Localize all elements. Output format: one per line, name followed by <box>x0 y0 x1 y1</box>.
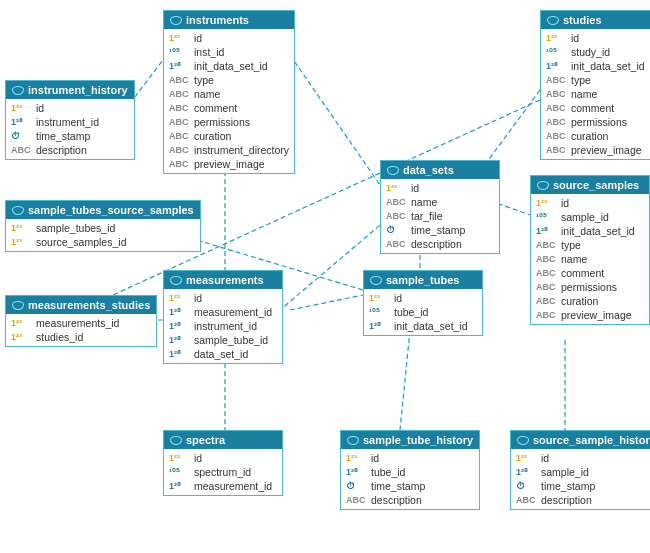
field-row: 1²⁸measurement_id <box>164 479 282 493</box>
field-icon: ABC <box>546 89 568 99</box>
field-row: ABCdescription <box>341 493 479 507</box>
field-icon: 1²³ <box>546 33 568 43</box>
field-row: ABCtar_file <box>381 209 499 223</box>
field-row: 1²⁸init_data_set_id <box>531 224 649 238</box>
field-row: ABCdescription <box>6 143 134 157</box>
db-icon <box>547 16 559 25</box>
field-name: type <box>561 239 581 251</box>
table-measurements: measurements1²³id1²⁸measurement_id1²⁸ins… <box>163 270 283 364</box>
field-row: ABCcuration <box>531 294 649 308</box>
field-row: 1²⁸init_data_set_id <box>164 59 294 73</box>
field-icon: ABC <box>516 495 538 505</box>
field-name: init_data_set_id <box>561 225 635 237</box>
field-row: 1²³measurements_id <box>6 316 156 330</box>
field-name: comment <box>561 267 604 279</box>
field-icon: ABC <box>11 145 33 155</box>
db-icon <box>170 436 182 445</box>
db-icon <box>387 166 399 175</box>
field-name: tar_file <box>411 210 443 222</box>
field-name: name <box>561 253 587 265</box>
field-row: ¹⁰⁵sample_id <box>531 210 649 224</box>
field-icon: ABC <box>546 75 568 85</box>
field-name: type <box>571 74 591 86</box>
field-icon: 1²³ <box>169 33 191 43</box>
field-name: tube_id <box>394 306 428 318</box>
field-name: permissions <box>571 116 627 128</box>
field-icon: 1²³ <box>11 318 33 328</box>
field-icon: ¹⁰⁵ <box>169 467 191 477</box>
table-body-measurements_studies: 1²³measurements_id1²³studies_id <box>6 314 156 346</box>
field-name: measurement_id <box>194 306 272 318</box>
field-icon: 1²³ <box>11 332 33 342</box>
field-icon: 1²³ <box>11 103 33 113</box>
field-icon: ⏱ <box>11 131 33 141</box>
field-name: type <box>194 74 214 86</box>
erd-diagram: instrument_history1²³id1²⁸instrument_id⏱… <box>0 0 650 553</box>
table-source_samples: source_samples1²³id¹⁰⁵sample_id1²⁸init_d… <box>530 175 650 325</box>
table-label-measurements_studies: measurements_studies <box>28 299 150 311</box>
table-header-sample_tubes_source_samples: sample_tubes_source_samples <box>6 201 200 219</box>
field-icon: ABC <box>536 296 558 306</box>
table-label-sample_tubes_source_samples: sample_tubes_source_samples <box>28 204 194 216</box>
table-body-measurements: 1²³id1²⁸measurement_id1²⁸instrument_id1²… <box>164 289 282 363</box>
field-row: 1²⁸init_data_set_id <box>541 59 650 73</box>
field-name: measurements_id <box>36 317 119 329</box>
field-icon: 1²⁸ <box>536 226 558 236</box>
field-row: 1²⁸tube_id <box>341 465 479 479</box>
table-body-instrument_history: 1²³id1²⁸instrument_id⏱time_stampABCdescr… <box>6 99 134 159</box>
field-row: 1²⁸measurement_id <box>164 305 282 319</box>
field-icon: ABC <box>169 89 191 99</box>
field-row: ABCcomment <box>164 101 294 115</box>
field-row: ¹⁰⁵study_id <box>541 45 650 59</box>
field-row: 1²³id <box>6 101 134 115</box>
field-name: name <box>571 88 597 100</box>
table-header-studies: studies <box>541 11 650 29</box>
field-name: time_stamp <box>541 480 595 492</box>
field-name: comment <box>571 102 614 114</box>
field-name: id <box>394 292 402 304</box>
table-instrument_history: instrument_history1²³id1²⁸instrument_id⏱… <box>5 80 135 160</box>
field-icon: ABC <box>169 145 191 155</box>
field-row: 1²³id <box>164 31 294 45</box>
svg-line-10 <box>290 295 363 310</box>
field-icon: 1²⁸ <box>169 321 191 331</box>
field-row: ABCname <box>541 87 650 101</box>
field-icon: ABC <box>536 254 558 264</box>
field-icon: ABC <box>536 282 558 292</box>
field-name: id <box>561 197 569 209</box>
table-body-studies: 1²³id¹⁰⁵study_id1²⁸init_data_set_idABCty… <box>541 29 650 159</box>
field-name: id <box>541 452 549 464</box>
field-row: 1²⁸sample_id <box>511 465 650 479</box>
field-row: 1²³id <box>381 181 499 195</box>
field-row: ABCcomment <box>531 266 649 280</box>
field-icon: ABC <box>546 103 568 113</box>
field-row: ABCtype <box>531 238 649 252</box>
field-name: description <box>411 238 462 250</box>
field-row: ABCcuration <box>164 129 294 143</box>
field-name: id <box>194 32 202 44</box>
field-icon: ¹⁰⁵ <box>169 47 191 57</box>
field-name: sample_id <box>541 466 589 478</box>
field-icon: 1²⁸ <box>169 61 191 71</box>
field-icon: ABC <box>386 211 408 221</box>
field-row: ABCname <box>164 87 294 101</box>
table-body-data_sets: 1²³idABCnameABCtar_file⏱time_stampABCdes… <box>381 179 499 253</box>
table-body-source_sample_history: 1²³id1²⁸sample_id⏱time_stampABCdescripti… <box>511 449 650 509</box>
field-name: permissions <box>561 281 617 293</box>
field-row: 1²³sample_tubes_id <box>6 221 200 235</box>
field-row: 1²³id <box>511 451 650 465</box>
db-icon <box>347 436 359 445</box>
field-icon: 1²³ <box>169 453 191 463</box>
field-name: comment <box>194 102 237 114</box>
field-name: tube_id <box>371 466 405 478</box>
field-icon: 1²³ <box>516 453 538 463</box>
field-name: instrument_id <box>36 116 99 128</box>
svg-line-3 <box>290 55 380 185</box>
table-label-instrument_history: instrument_history <box>28 84 128 96</box>
field-icon: ABC <box>386 197 408 207</box>
field-row: 1²³id <box>531 196 649 210</box>
field-row: 1²³id <box>341 451 479 465</box>
table-header-spectra: spectra <box>164 431 282 449</box>
table-body-spectra: 1²³id¹⁰⁵spectrum_id1²⁸measurement_id <box>164 449 282 495</box>
field-name: measurement_id <box>194 480 272 492</box>
